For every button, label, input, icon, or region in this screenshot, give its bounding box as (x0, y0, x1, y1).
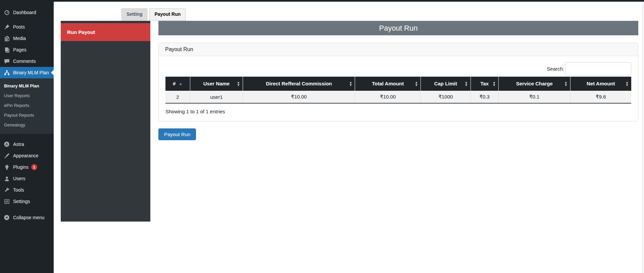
tab-setting[interactable]: Setting (121, 8, 147, 21)
sidebar-item-settings[interactable]: Settings (0, 196, 54, 207)
main-content: Payout Run Payout Run Search: #▲ (158, 21, 638, 140)
sort-icon: ▲▼ (415, 81, 418, 86)
card-header: Payout Run (159, 43, 638, 56)
sidebar-item-astra[interactable]: Astra (0, 139, 54, 150)
page-banner: Payout Run (158, 21, 638, 35)
pages-icon (3, 46, 10, 53)
top-dark-strip (54, 0, 644, 2)
column-header-index[interactable]: #▲ (165, 77, 190, 91)
tab-payout-run[interactable]: Payout Run (149, 8, 186, 21)
pushpin-icon (3, 24, 10, 30)
cell-cap-limit: ₹1000 (421, 91, 471, 103)
sidebar-item-label: Comments (13, 58, 36, 64)
sort-ascending-icon: ▲ (179, 81, 183, 86)
cell-total-amount: ₹10.00 (355, 91, 421, 103)
sliders-icon (3, 198, 10, 205)
sort-icon: ▲▼ (349, 81, 352, 86)
collapse-icon (3, 214, 10, 221)
column-header-cap-limit[interactable]: Cap Limit ▲▼ (421, 77, 471, 91)
column-header-service-charge[interactable]: Service Charge ▲▼ (498, 77, 570, 91)
sidebar-item-media[interactable]: Media (0, 33, 54, 44)
table-header-row: #▲ User Name ▲▼ Direct Refferal Commissi… (165, 77, 631, 91)
card-title: Payout Run (165, 46, 193, 52)
column-header-direct-refferal-commission[interactable]: Direct Refferal Commission ▲▼ (243, 77, 355, 91)
run-payout-nav-item[interactable]: Run Payout (61, 23, 150, 41)
cell-tax: ₹0.3 (470, 91, 498, 103)
cell-service-charge: ₹0.1 (498, 91, 570, 103)
sidebar-item-label: Media (13, 36, 26, 41)
menu-separator (0, 207, 54, 212)
sort-icon: ▲▼ (626, 81, 629, 86)
payout-run-card: Payout Run Search: #▲ Us (158, 43, 638, 121)
wp-admin-sidebar: Dashboard Posts Media Pages Comments Bin… (0, 0, 54, 273)
sidebar-item-posts[interactable]: Posts (0, 21, 54, 33)
sort-icon: ▲▼ (564, 81, 567, 86)
sidebar-item-label: Tools (13, 187, 24, 193)
sidebar-item-label: Collapse menu (13, 215, 44, 220)
submenu-item-payout-reports[interactable]: Payout Reports (0, 110, 54, 120)
sidebar-item-users[interactable]: Users (0, 173, 54, 184)
sidebar-item-tools[interactable]: Tools (0, 184, 54, 196)
cell-net-amount: ₹9.6 (570, 91, 631, 103)
wrench-icon (3, 187, 10, 193)
submenu-item-user-reports[interactable]: User Reports (0, 91, 54, 101)
column-header-user-name[interactable]: User Name ▲▼ (190, 77, 243, 91)
cell-user-name: user1 (190, 91, 243, 103)
menu-separator (0, 134, 54, 139)
sidebar-item-label: Astra (13, 142, 24, 147)
submenu-item-genealogy[interactable]: Genealogy (0, 120, 54, 130)
astra-icon (3, 141, 10, 148)
sidebar-item-label: Pages (13, 47, 27, 52)
dashboard-icon (3, 9, 10, 16)
payout-run-button[interactable]: Payout Run (158, 128, 196, 140)
plugin-inner-sidebar: Run Payout (61, 21, 150, 222)
sidebar-item-label: Settings (13, 199, 30, 204)
media-icon (3, 35, 10, 42)
table-row: 2 user1 ₹10.00 ₹10.00 ₹1000 ₹0.3 ₹0.1 ₹9… (165, 91, 631, 103)
sidebar-item-label: Users (13, 176, 26, 181)
sidebar-item-collapse-menu[interactable]: Collapse menu (0, 212, 54, 223)
plugin-tab-bar: Setting Payout Run (121, 8, 186, 21)
sidebar-item-label: Dashboard (13, 10, 36, 15)
page-scrollbar[interactable] (642, 2, 644, 273)
plug-icon (3, 164, 10, 170)
column-header-tax[interactable]: Tax ▲▼ (470, 77, 498, 91)
search-label: Search: (547, 66, 564, 72)
menu-separator (0, 18, 54, 21)
brush-icon (3, 152, 10, 159)
sidebar-item-label: Plugins (13, 164, 29, 170)
sidebar-item-dashboard[interactable]: Dashboard (0, 7, 54, 18)
search-input[interactable] (565, 62, 631, 75)
network-icon (3, 69, 10, 76)
table-info-text: Showing 1 to 1 of 1 entries (165, 109, 631, 114)
sort-icon: ▲▼ (237, 81, 240, 86)
binary-mlm-submenu: Binary MLM Plan User Reports ePin Report… (0, 78, 54, 134)
page-title: Payout Run (379, 24, 418, 33)
user-icon (3, 175, 10, 182)
sidebar-item-label: Appearance (13, 153, 39, 158)
sidebar-item-label: Binary MLM Plan (13, 70, 49, 75)
column-header-net-amount[interactable]: Net Amount ▲▼ (570, 77, 631, 91)
sidebar-item-binary-mlm-plan[interactable]: Binary MLM Plan (0, 67, 54, 78)
card-body: Search: #▲ User Name ▲▼ (159, 56, 638, 121)
search-row: Search: (165, 62, 631, 75)
sidebar-item-pages[interactable]: Pages (0, 44, 54, 55)
plugins-count-badge: 1 (31, 164, 37, 170)
sidebar-item-appearance[interactable]: Appearance (0, 150, 54, 161)
submenu-item-epin-reports[interactable]: ePin Reports (0, 101, 54, 110)
sidebar-item-label: Posts (13, 24, 25, 30)
column-header-total-amount[interactable]: Total Amount ▲▼ (355, 77, 421, 91)
cell-direct-refferal-commission: ₹10.00 (243, 91, 355, 103)
comment-icon (3, 58, 10, 65)
sidebar-item-comments[interactable]: Comments (0, 55, 54, 67)
cell-index: 2 (165, 91, 190, 103)
payout-table: #▲ User Name ▲▼ Direct Refferal Commissi… (165, 77, 631, 104)
sort-icon: ▲▼ (493, 81, 496, 86)
sidebar-item-plugins[interactable]: Plugins 1 (0, 161, 54, 173)
sort-icon: ▲▼ (465, 81, 468, 86)
submenu-item-binary-mlm-plan[interactable]: Binary MLM Plan (0, 81, 54, 91)
